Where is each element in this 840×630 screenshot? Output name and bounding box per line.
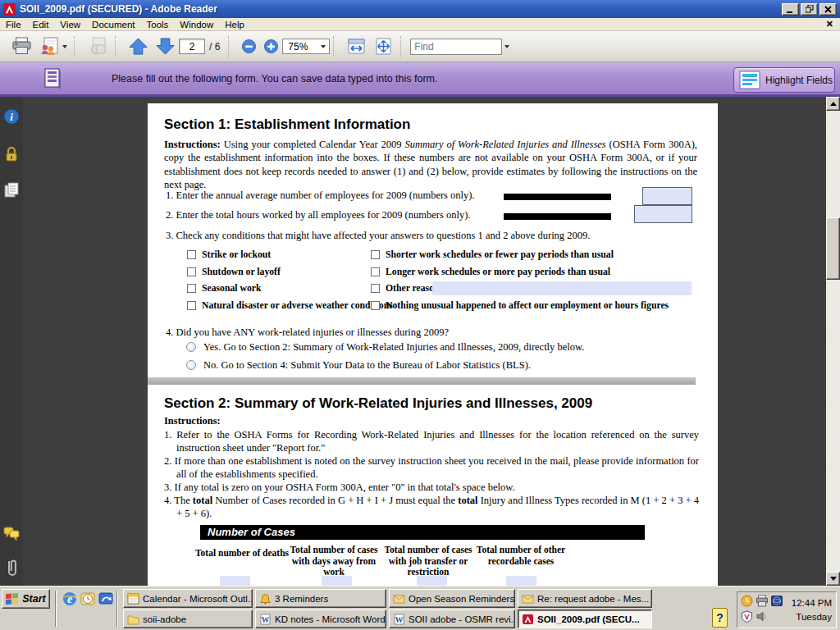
word-icon: W [393,614,405,625]
taskbar-separator [55,591,57,627]
form-document-icon [43,67,62,89]
radio-yes-label: Yes. Go to Section 2: Summary of Work-Re… [203,341,584,354]
task-label: Calendar - Microsoft Outl... [143,594,253,604]
print-button[interactable] [8,34,35,59]
task-label: SOII_2009.pdf (SECU... [537,614,640,624]
employees-input-field[interactable] [642,187,692,205]
document-pane: i Section 1: Establishment Information I… [0,97,840,586]
menu-tools[interactable]: Tools [141,18,175,31]
radio-no[interactable] [186,360,196,370]
checkbox-shorter-schedules[interactable] [371,250,380,259]
checkbox-shutdown[interactable] [187,267,196,276]
start-button[interactable]: Start [2,589,50,609]
comments-panel-icon[interactable] [3,525,20,541]
tray-remote-icon[interactable] [770,595,783,607]
zoom-out-button[interactable] [238,34,260,59]
navigation-panel: i [0,97,23,586]
scroll-up-button[interactable] [826,97,840,111]
calendar-icon [127,593,139,605]
checkbox-nothing-unusual[interactable] [371,301,380,310]
restore-button[interactable] [801,3,818,16]
other-recordable-input-field[interactable] [506,576,536,586]
checkbox-other-reason[interactable] [371,284,380,293]
security-lock-icon[interactable] [3,146,20,162]
taskbar-separator [116,591,118,627]
menu-document[interactable]: Document [86,18,140,31]
collaborate-button[interactable] [35,34,71,59]
task-soii-adobe-folder[interactable]: soii-adobe [123,609,253,628]
question1-label: 1. Enter the annual average number of em… [166,189,475,202]
redacted-bar [504,213,611,220]
task-reminders[interactable]: 3 Reminders [255,589,386,608]
title-bar: SOII_2009.pdf (SECURED) - Adobe Reader [0,0,840,18]
checkbox-disaster[interactable] [187,301,196,310]
attachments-panel-icon[interactable] [3,558,20,578]
section1-instructions: Instructions: Using your completed Calen… [164,138,697,191]
zoom-level-select[interactable]: 75% [282,39,330,54]
next-page-button[interactable] [152,34,179,59]
scroll-down-button[interactable] [826,572,840,586]
job-transfer-input-field[interactable] [417,576,447,586]
zoom-level-value: 75% [288,41,308,52]
tray-printer-icon[interactable] [756,595,769,607]
find-dropdown-icon[interactable] [504,45,509,48]
other-reason-input-field[interactable] [432,281,692,295]
help-question-icon[interactable]: ? [712,608,728,628]
scroll-down-icon [830,577,837,581]
page-number-input[interactable] [179,39,205,54]
fit-width-button[interactable] [343,34,370,59]
tray-day: Tuesday [796,612,832,622]
minimize-button[interactable] [782,3,799,16]
section2-heading: Section 2: Summary of Work-Related Injur… [164,395,592,412]
find-input[interactable] [410,39,502,55]
document-close-icon[interactable]: ✕ [826,19,833,30]
tray-volume-icon[interactable] [756,610,768,623]
task-label: soii-adobe [143,614,186,624]
explorer-launch-icon[interactable] [98,591,113,606]
section1-heading: Section 1: Establishment Information [164,116,410,133]
checkbox-strike[interactable] [187,250,196,259]
highlight-fields-button[interactable]: Highlight Fields [733,67,835,93]
section-divider [148,377,696,385]
outlook-launch-icon[interactable] [80,591,95,606]
pages-panel-icon[interactable] [3,182,20,199]
collaborate-dropdown-icon[interactable] [62,45,67,48]
task-label: Open Season Reminders... [409,594,515,604]
menu-window[interactable]: Window [174,18,219,31]
fit-page-button[interactable] [370,34,397,59]
tray-outlook-icon[interactable] [741,595,753,607]
checkbox-longer-schedules[interactable] [371,267,380,276]
zoom-in-button[interactable] [260,34,282,59]
highlight-fields-icon [739,71,760,89]
task-re-request-adobe[interactable]: Re: request adobe - Mes... [518,589,652,608]
task-calendar-outlook[interactable]: Calendar - Microsoft Outl... [123,589,253,608]
menu-edit[interactable]: Edit [27,18,55,31]
days-away-input-field[interactable] [322,576,352,586]
menu-view[interactable]: View [54,18,86,31]
checkbox-shorter-schedules-label: Shorter work schedules or fewer pay peri… [386,249,614,260]
windows-logo-icon [6,593,19,605]
task-soii-adobe-osmr-word[interactable]: W SOII adobe - OSMR revi... [389,609,515,628]
scrollbar-thumb[interactable] [826,217,840,280]
task-open-season-reminders[interactable]: Open Season Reminders... [389,589,515,608]
task-soii-2009-pdf-active[interactable]: SOII_2009.pdf (SECU... [518,609,652,628]
menu-file[interactable]: File [0,18,27,31]
zoom-dropdown-icon[interactable] [321,45,326,48]
info-panel-icon[interactable]: i [3,108,20,125]
start-label: Start [22,593,45,605]
radio-yes[interactable] [186,342,196,352]
close-button[interactable] [819,3,837,16]
instruction-item-1: 1. Refer to the OSHA Forms for Recording… [164,428,699,454]
tray-antivirus-icon[interactable]: V [741,610,753,623]
deaths-input-field[interactable] [220,576,250,586]
previous-page-button[interactable] [125,34,152,59]
checkbox-strike-label: Strike or lockout [202,249,271,260]
hours-input-field[interactable] [634,205,692,223]
checkbox-seasonal[interactable] [187,284,196,293]
vertical-scrollbar[interactable] [826,97,840,586]
checkbox-seasonal-label: Seasonal work [202,283,261,294]
column-header-other-recordable: Total number of other recordable cases [472,545,570,567]
menu-help[interactable]: Help [219,18,250,31]
internet-explorer-icon[interactable]: e [62,591,77,606]
task-kd-notes-word[interactable]: W KD notes - Microsoft Word [255,609,386,628]
